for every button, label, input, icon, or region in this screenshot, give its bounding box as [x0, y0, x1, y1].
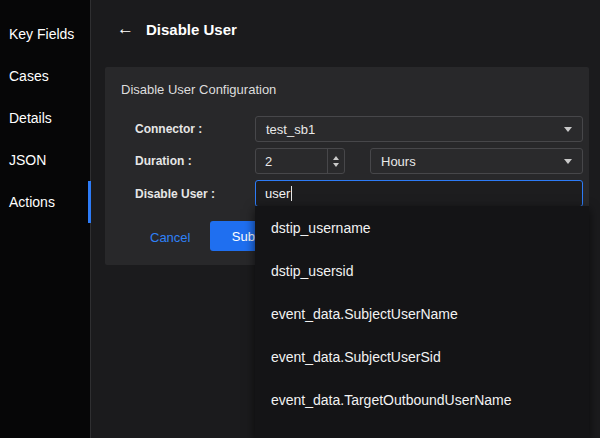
sidebar-item-details[interactable]: Details	[0, 97, 90, 139]
suggestion-item[interactable]: event_data.SubjectUserSid	[255, 335, 589, 378]
step-up-icon[interactable]	[333, 156, 339, 160]
panel-title: Disable User Configuration	[121, 82, 276, 97]
sidebar-item-label: Actions	[9, 194, 55, 210]
sidebar-item-label: Details	[9, 110, 52, 126]
disable-user-label: Disable User :	[135, 187, 215, 201]
step-down-icon[interactable]	[333, 163, 339, 167]
sidebar-item-label: JSON	[9, 152, 46, 168]
chevron-down-icon	[564, 127, 572, 132]
active-tab-indicator	[88, 181, 91, 223]
cancel-button[interactable]: Cancel	[150, 230, 190, 245]
duration-unit-value: Hours	[381, 154, 416, 169]
page-title: Disable User	[146, 21, 237, 38]
disable-user-input-value: user	[265, 186, 290, 201]
suggestion-item[interactable]: dstip_username	[255, 206, 589, 249]
duration-value: 2	[256, 154, 327, 169]
text-cursor	[291, 186, 292, 201]
suggestion-item[interactable]: event_data.SubjectUserName	[255, 292, 589, 335]
sidebar: Key Fields Cases Details JSON Actions	[0, 0, 91, 438]
suggestion-item[interactable]: dstip_usersid	[255, 249, 589, 292]
sidebar-item-key-fields[interactable]: Key Fields	[0, 13, 90, 55]
chevron-down-icon	[564, 159, 572, 164]
disable-user-screen: Key Fields Cases Details JSON Actions ← …	[0, 0, 600, 438]
connector-select[interactable]: test_sb1	[255, 116, 583, 142]
back-arrow-icon[interactable]: ←	[117, 19, 134, 39]
stepper-arrows[interactable]	[327, 149, 344, 173]
duration-unit-select[interactable]: Hours	[370, 148, 583, 174]
sidebar-item-label: Key Fields	[9, 26, 74, 42]
connector-label: Connector :	[135, 122, 202, 136]
sidebar-item-label: Cases	[9, 68, 49, 84]
sidebar-item-json[interactable]: JSON	[0, 139, 90, 181]
duration-stepper[interactable]: 2	[255, 148, 345, 174]
sidebar-item-cases[interactable]: Cases	[0, 55, 90, 97]
disable-user-input[interactable]: user	[255, 180, 583, 207]
duration-label: Duration :	[135, 154, 192, 168]
autocomplete-dropdown: dstip_username dstip_usersid event_data.…	[255, 206, 589, 438]
suggestion-item[interactable]: event_data.TargetOutboundUserName	[255, 378, 589, 421]
connector-selected-value: test_sb1	[266, 122, 315, 137]
sidebar-item-actions[interactable]: Actions	[0, 181, 90, 223]
